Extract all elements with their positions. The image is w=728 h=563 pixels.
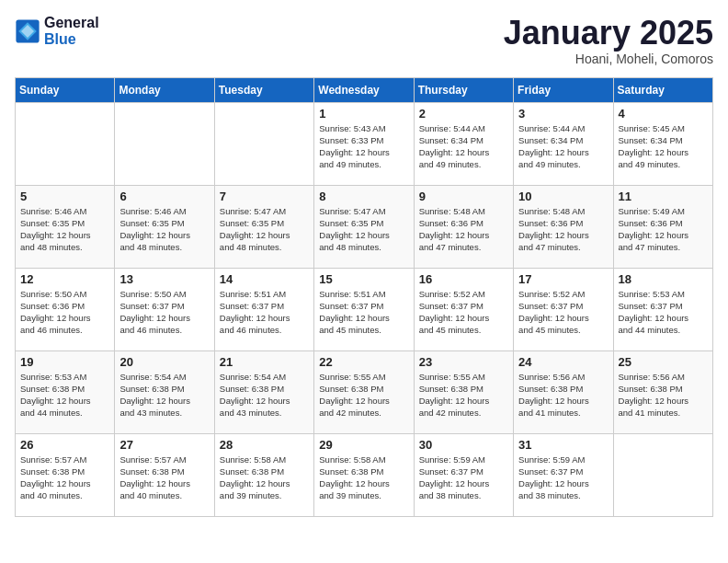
day-number: 7	[220, 190, 309, 203]
calendar-cell: 1Sunrise: 5:43 AM Sunset: 6:33 PM Daylig…	[314, 102, 414, 185]
day-info: Sunrise: 5:59 AM Sunset: 6:37 PM Dayligh…	[518, 454, 608, 502]
day-info: Sunrise: 5:46 AM Sunset: 6:35 PM Dayligh…	[20, 205, 109, 254]
calendar-cell: 28Sunrise: 5:58 AM Sunset: 6:38 PM Dayli…	[214, 433, 313, 516]
weekday-header: Sunday	[16, 77, 115, 102]
day-info: Sunrise: 5:50 AM Sunset: 6:37 PM Dayligh…	[119, 288, 209, 337]
calendar-title: January 2025	[504, 15, 713, 52]
calendar-cell: 12Sunrise: 5:50 AM Sunset: 6:36 PM Dayli…	[16, 268, 115, 350]
weekday-header: Friday	[514, 77, 613, 102]
day-info: Sunrise: 5:51 AM Sunset: 6:37 PM Dayligh…	[220, 288, 309, 337]
day-info: Sunrise: 5:57 AM Sunset: 6:38 PM Dayligh…	[20, 454, 109, 502]
day-info: Sunrise: 5:52 AM Sunset: 6:37 PM Dayligh…	[419, 288, 508, 337]
day-info: Sunrise: 5:59 AM Sunset: 6:37 PM Dayligh…	[419, 454, 508, 502]
day-number: 25	[619, 355, 708, 369]
calendar-week-row: 5Sunrise: 5:46 AM Sunset: 6:35 PM Daylig…	[16, 185, 713, 268]
day-info: Sunrise: 5:55 AM Sunset: 6:38 PM Dayligh…	[419, 371, 508, 419]
calendar-cell: 17Sunrise: 5:52 AM Sunset: 6:37 PM Dayli…	[514, 268, 613, 350]
calendar-cell	[16, 102, 115, 185]
calendar-week-row: 1Sunrise: 5:43 AM Sunset: 6:33 PM Daylig…	[16, 102, 713, 185]
day-info: Sunrise: 5:58 AM Sunset: 6:38 PM Dayligh…	[319, 454, 408, 502]
day-number: 30	[419, 438, 508, 452]
calendar-cell	[115, 102, 214, 185]
day-number: 1	[319, 107, 408, 121]
day-number: 22	[319, 355, 408, 369]
day-number: 10	[518, 190, 608, 203]
day-info: Sunrise: 5:44 AM Sunset: 6:34 PM Dayligh…	[419, 122, 508, 171]
day-info: Sunrise: 5:54 AM Sunset: 6:38 PM Dayligh…	[220, 371, 309, 419]
calendar-cell: 15Sunrise: 5:51 AM Sunset: 6:37 PM Dayli…	[314, 268, 414, 350]
calendar-cell: 10Sunrise: 5:48 AM Sunset: 6:36 PM Dayli…	[514, 185, 613, 268]
day-number: 9	[419, 190, 508, 203]
calendar-cell: 5Sunrise: 5:46 AM Sunset: 6:35 PM Daylig…	[16, 185, 115, 268]
calendar-week-row: 19Sunrise: 5:53 AM Sunset: 6:38 PM Dayli…	[16, 350, 713, 433]
day-number: 6	[119, 190, 209, 203]
calendar-cell: 9Sunrise: 5:48 AM Sunset: 6:36 PM Daylig…	[414, 185, 513, 268]
day-number: 26	[20, 438, 109, 452]
day-number: 29	[319, 438, 408, 452]
calendar-cell	[214, 102, 313, 185]
calendar-cell: 25Sunrise: 5:56 AM Sunset: 6:38 PM Dayli…	[613, 350, 712, 433]
weekday-header: Wednesday	[314, 77, 414, 102]
calendar-cell: 24Sunrise: 5:56 AM Sunset: 6:38 PM Dayli…	[514, 350, 613, 433]
weekday-header-row: SundayMondayTuesdayWednesdayThursdayFrid…	[16, 77, 713, 102]
day-number: 17	[518, 272, 608, 286]
day-number: 21	[220, 355, 309, 369]
calendar-cell: 23Sunrise: 5:55 AM Sunset: 6:38 PM Dayli…	[414, 350, 513, 433]
weekday-header: Saturday	[613, 77, 712, 102]
day-number: 5	[20, 190, 109, 203]
calendar-cell: 19Sunrise: 5:53 AM Sunset: 6:38 PM Dayli…	[16, 350, 115, 433]
weekday-header: Thursday	[414, 77, 513, 102]
day-info: Sunrise: 5:50 AM Sunset: 6:36 PM Dayligh…	[20, 288, 109, 337]
calendar-cell: 20Sunrise: 5:54 AM Sunset: 6:38 PM Dayli…	[115, 350, 214, 433]
calendar-cell: 11Sunrise: 5:49 AM Sunset: 6:36 PM Dayli…	[613, 185, 712, 268]
day-number: 16	[419, 272, 508, 286]
calendar-cell: 26Sunrise: 5:57 AM Sunset: 6:38 PM Dayli…	[16, 433, 115, 516]
day-info: Sunrise: 5:43 AM Sunset: 6:33 PM Dayligh…	[319, 122, 408, 171]
calendar-cell: 30Sunrise: 5:59 AM Sunset: 6:37 PM Dayli…	[414, 433, 513, 516]
day-info: Sunrise: 5:52 AM Sunset: 6:37 PM Dayligh…	[518, 288, 608, 337]
calendar-cell: 7Sunrise: 5:47 AM Sunset: 6:35 PM Daylig…	[214, 185, 313, 268]
day-info: Sunrise: 5:56 AM Sunset: 6:38 PM Dayligh…	[518, 371, 608, 419]
day-info: Sunrise: 5:57 AM Sunset: 6:38 PM Dayligh…	[119, 454, 209, 502]
day-number: 4	[619, 107, 708, 121]
day-number: 31	[518, 438, 608, 452]
day-info: Sunrise: 5:58 AM Sunset: 6:38 PM Dayligh…	[220, 454, 309, 502]
day-number: 14	[220, 272, 309, 286]
day-info: Sunrise: 5:53 AM Sunset: 6:37 PM Dayligh…	[619, 288, 708, 337]
weekday-header: Tuesday	[214, 77, 313, 102]
calendar-cell: 27Sunrise: 5:57 AM Sunset: 6:38 PM Dayli…	[115, 433, 214, 516]
calendar-cell	[613, 433, 712, 516]
day-info: Sunrise: 5:48 AM Sunset: 6:36 PM Dayligh…	[419, 205, 508, 254]
day-info: Sunrise: 5:56 AM Sunset: 6:38 PM Dayligh…	[619, 371, 708, 419]
calendar-header: January 2025 Hoani, Moheli, Comoros	[504, 15, 713, 66]
day-info: Sunrise: 5:45 AM Sunset: 6:34 PM Dayligh…	[619, 122, 708, 171]
calendar-cell: 3Sunrise: 5:44 AM Sunset: 6:34 PM Daylig…	[514, 102, 613, 185]
logo: General Blue	[15, 15, 99, 47]
calendar-table: SundayMondayTuesdayWednesdayThursdayFrid…	[15, 77, 713, 517]
day-number: 27	[119, 438, 209, 452]
logo-icon	[15, 18, 40, 44]
day-info: Sunrise: 5:54 AM Sunset: 6:38 PM Dayligh…	[119, 371, 209, 419]
calendar-cell: 14Sunrise: 5:51 AM Sunset: 6:37 PM Dayli…	[214, 268, 313, 350]
calendar-cell: 16Sunrise: 5:52 AM Sunset: 6:37 PM Dayli…	[414, 268, 513, 350]
day-number: 13	[119, 272, 209, 286]
weekday-header: Monday	[115, 77, 214, 102]
day-number: 19	[20, 355, 109, 369]
day-info: Sunrise: 5:44 AM Sunset: 6:34 PM Dayligh…	[518, 122, 608, 171]
day-number: 15	[319, 272, 408, 286]
day-number: 24	[518, 355, 608, 369]
calendar-cell: 13Sunrise: 5:50 AM Sunset: 6:37 PM Dayli…	[115, 268, 214, 350]
calendar-cell: 4Sunrise: 5:45 AM Sunset: 6:34 PM Daylig…	[613, 102, 712, 185]
page-header: General Blue January 2025 Hoani, Moheli,…	[15, 15, 713, 66]
day-number: 18	[619, 272, 708, 286]
calendar-week-row: 12Sunrise: 5:50 AM Sunset: 6:36 PM Dayli…	[16, 268, 713, 350]
day-number: 23	[419, 355, 508, 369]
day-info: Sunrise: 5:49 AM Sunset: 6:36 PM Dayligh…	[619, 205, 708, 254]
day-info: Sunrise: 5:53 AM Sunset: 6:38 PM Dayligh…	[20, 371, 109, 419]
calendar-week-row: 26Sunrise: 5:57 AM Sunset: 6:38 PM Dayli…	[16, 433, 713, 516]
calendar-cell: 6Sunrise: 5:46 AM Sunset: 6:35 PM Daylig…	[115, 185, 214, 268]
calendar-cell: 21Sunrise: 5:54 AM Sunset: 6:38 PM Dayli…	[214, 350, 313, 433]
day-number: 11	[619, 190, 708, 203]
day-number: 8	[319, 190, 408, 203]
day-number: 3	[518, 107, 608, 121]
